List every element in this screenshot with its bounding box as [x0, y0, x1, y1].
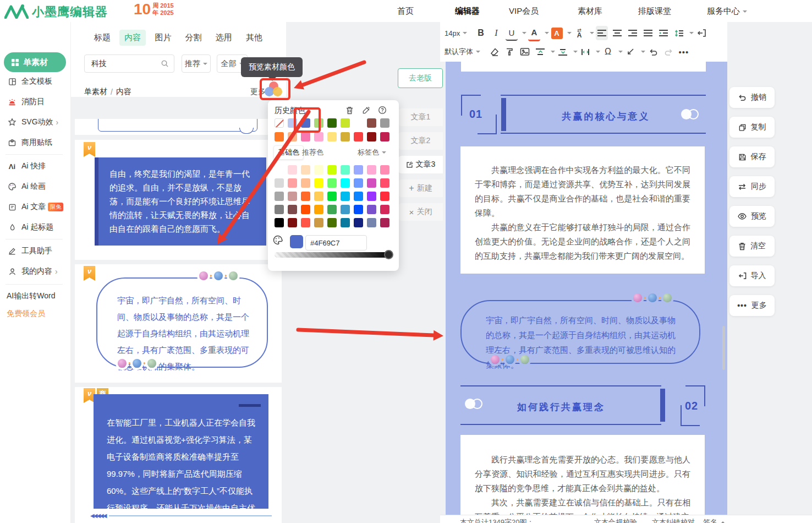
compliance-check-link[interactable]: 文本合规校验	[594, 517, 637, 523]
nav-editor[interactable]: 编辑器	[455, 6, 480, 17]
color-swatch[interactable]	[314, 132, 323, 141]
palette-icon[interactable]	[272, 235, 283, 246]
color-swatch[interactable]	[327, 118, 337, 128]
color-swatch[interactable]	[380, 165, 389, 175]
letter-spacing-button[interactable]: ⇄A	[573, 26, 585, 40]
import-button[interactable]: 导入	[729, 265, 775, 286]
color-swatch[interactable]	[341, 132, 350, 141]
color-swatch[interactable]	[275, 218, 284, 227]
color-swatch[interactable]	[341, 165, 350, 175]
margin-bottom-icon[interactable]	[557, 45, 569, 59]
doc-tab-1[interactable]: 文章1	[398, 108, 443, 126]
help-icon[interactable]	[377, 105, 388, 116]
selected-color-swatch[interactable]	[290, 235, 303, 248]
toolbar-more-button[interactable]: •••	[678, 45, 690, 59]
color-swatch[interactable]	[301, 132, 310, 141]
color-swatch[interactable]	[380, 192, 389, 201]
color-swatch[interactable]	[301, 118, 310, 128]
doc-tab-2[interactable]: 文章2	[398, 132, 443, 150]
search-input[interactable]	[90, 59, 161, 69]
color-swatch[interactable]	[314, 205, 323, 214]
color-swatch[interactable]	[288, 178, 297, 188]
nav-materials[interactable]: 素材库	[578, 6, 602, 17]
undo-icon[interactable]	[647, 45, 659, 59]
color-swatch[interactable]	[301, 205, 310, 214]
color-swatch[interactable]	[327, 178, 337, 188]
doc-tab-3-active[interactable]: 文章3	[398, 156, 443, 173]
material-card-partial[interactable]	[75, 119, 282, 135]
font-color-button[interactable]: A	[528, 25, 540, 41]
color-swatch[interactable]	[314, 165, 323, 175]
color-swatch[interactable]	[301, 178, 310, 188]
proofread-link[interactable]: 文本纠错校对	[652, 517, 695, 523]
italic-button[interactable]: I	[490, 26, 502, 40]
highlight-color-button[interactable]: A	[551, 26, 563, 40]
color-swatch[interactable]	[314, 178, 323, 188]
sidebar-item-single-material[interactable]: 单素材	[4, 52, 66, 72]
redo-icon[interactable]	[662, 45, 674, 59]
canvas-scrollbar[interactable]	[722, 326, 725, 370]
color-swatch[interactable]	[288, 192, 297, 201]
format-painter-icon[interactable]	[503, 45, 515, 59]
tab-selected[interactable]: 选用	[211, 30, 237, 46]
color-swatch[interactable]	[354, 165, 363, 175]
material-card[interactable]: ν 宇宙，即广宇自然，所有空间、时间、物质以及事物的总称，其是一个起源于自身结构…	[75, 264, 282, 383]
color-swatch[interactable]	[380, 178, 389, 188]
align-left-button[interactable]	[596, 26, 608, 40]
hex-color-input[interactable]	[305, 235, 367, 250]
color-swatch[interactable]	[327, 132, 337, 141]
nav-vip[interactable]: VIP会员	[509, 6, 539, 17]
material-card[interactable]: ν 商 在智能工厂里，工业机器人正在学会自我进化。通过机器视觉+强化学习算法，某…	[75, 387, 282, 523]
sidebar-item-fire-day[interactable]: 消防日	[7, 95, 45, 108]
tab-title[interactable]: 标题	[89, 30, 116, 46]
trash-icon[interactable]	[344, 105, 355, 116]
color-swatch[interactable]	[380, 205, 389, 214]
new-article-button[interactable]: +新建	[398, 179, 443, 197]
sidebar-item-svg-motion[interactable]: SVG动效›	[7, 116, 58, 129]
color-swatch[interactable]	[275, 132, 284, 141]
color-swatch[interactable]	[314, 192, 323, 201]
color-swatch[interactable]	[354, 178, 363, 188]
copy-button[interactable]: 复制	[729, 117, 775, 138]
color-swatch[interactable]	[367, 132, 376, 141]
tab-image[interactable]: 图片	[150, 30, 176, 46]
sidebar-item-free-vip[interactable]: 免费领会员	[7, 307, 45, 320]
preview-material-color-button[interactable]	[265, 81, 283, 98]
clear-button[interactable]: 清空	[729, 236, 775, 257]
align-justify-button[interactable]	[642, 26, 654, 40]
tab-basic-colors[interactable]: 基础色	[273, 145, 304, 160]
color-swatch[interactable]	[367, 192, 376, 201]
go-old-version-button[interactable]: 去老版	[398, 68, 443, 88]
color-swatch[interactable]	[380, 218, 389, 227]
sort-filter-dropdown[interactable]: 推荐	[182, 55, 211, 73]
font-size-select[interactable]: 14px	[445, 29, 471, 37]
font-family-select[interactable]: 默认字体	[445, 47, 484, 57]
color-swatch[interactable]	[327, 205, 337, 214]
paragraph-spacing-icon[interactable]	[579, 45, 591, 59]
undo-button[interactable]: 撤销	[729, 87, 775, 108]
color-swatch[interactable]	[275, 165, 284, 175]
nav-service-center[interactable]: 服务中心	[707, 6, 747, 17]
sidebar-item-ai-layout[interactable]: Λi Ai 快排	[7, 160, 46, 173]
color-swatch[interactable]	[275, 205, 284, 214]
editor-canvas[interactable]: 01 共赢的核心与意义 共赢理念强调在合作中实现各方利益的最大化。它不同于零和博…	[446, 62, 727, 515]
align-right-button[interactable]	[627, 26, 639, 40]
sidebar-item-tools[interactable]: 工具助手	[7, 244, 52, 258]
eyedropper-icon[interactable]	[360, 105, 371, 116]
color-swatch[interactable]	[341, 192, 350, 201]
tab-divider[interactable]: 分割	[180, 30, 207, 46]
align-center-button[interactable]	[611, 26, 623, 40]
color-swatch[interactable]	[301, 165, 310, 175]
sidebar-item-ai-drawing[interactable]: Ai 绘画	[7, 180, 46, 193]
color-swatch[interactable]	[288, 132, 297, 141]
color-swatch[interactable]	[327, 192, 337, 201]
bold-button[interactable]: B	[475, 26, 487, 40]
color-swatch[interactable]	[341, 178, 350, 188]
color-swatch[interactable]	[380, 132, 389, 141]
line-height-button[interactable]	[673, 26, 685, 40]
tab-content[interactable]: 内容	[119, 30, 146, 46]
color-swatch[interactable]	[301, 218, 310, 227]
exit-fullscreen-icon[interactable]	[695, 26, 707, 40]
sidebar-item-stickers[interactable]: 商用贴纸	[7, 136, 52, 149]
sidebar-item-my-content[interactable]: 我的内容›	[7, 265, 58, 278]
